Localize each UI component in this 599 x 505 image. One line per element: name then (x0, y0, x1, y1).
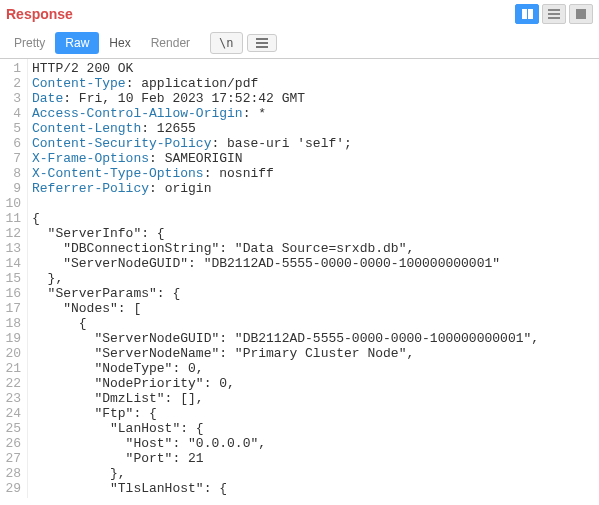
line-number: 20 (2, 346, 21, 361)
line-number: 5 (2, 121, 21, 136)
tab-render[interactable]: Render (141, 32, 200, 54)
view-split-button[interactable] (515, 4, 539, 24)
line-number: 29 (2, 481, 21, 496)
code-line: "NodeType": 0, (32, 361, 595, 376)
tab-pretty[interactable]: Pretty (4, 32, 55, 54)
line-number: 3 (2, 91, 21, 106)
code-line: "ServerNodeGUID": "DB2112AD-5555-0000-00… (32, 256, 595, 271)
line-number: 9 (2, 181, 21, 196)
line-number: 19 (2, 331, 21, 346)
code-line: Content-Security-Policy: base-uri 'self'… (32, 136, 595, 151)
code-line (32, 196, 595, 211)
code-line: X-Frame-Options: SAMEORIGIN (32, 151, 595, 166)
line-number: 12 (2, 226, 21, 241)
newline-toggle-button[interactable]: \n (210, 32, 242, 54)
line-number: 17 (2, 301, 21, 316)
view-list-button[interactable] (542, 4, 566, 24)
code-line: "ServerNodeName": "Primary Cluster Node"… (32, 346, 595, 361)
tab-hex[interactable]: Hex (99, 32, 140, 54)
code-line: "Ftp": { (32, 406, 595, 421)
line-number: 15 (2, 271, 21, 286)
line-number: 6 (2, 136, 21, 151)
code-line: { (32, 211, 595, 226)
code-line: "Nodes": [ (32, 301, 595, 316)
panel-title: Response (6, 6, 73, 22)
line-number: 23 (2, 391, 21, 406)
code-line: "ServerInfo": { (32, 226, 595, 241)
line-number: 10 (2, 196, 21, 211)
code-line: "ServerNodeGUID": "DB2112AD-5555-0000-00… (32, 331, 595, 346)
line-number: 28 (2, 466, 21, 481)
line-number: 11 (2, 211, 21, 226)
toolbar: Pretty Raw Hex Render \n (0, 32, 599, 59)
line-number: 1 (2, 61, 21, 76)
code-line: Date: Fri, 10 Feb 2023 17:52:42 GMT (32, 91, 595, 106)
code-line: "ServerParams": { (32, 286, 595, 301)
code-line: }, (32, 466, 595, 481)
line-number: 4 (2, 106, 21, 121)
code-line: Content-Type: application/pdf (32, 76, 595, 91)
line-number: 25 (2, 421, 21, 436)
line-number: 26 (2, 436, 21, 451)
code-viewer: 1234567891011121314151617181920212223242… (0, 59, 599, 498)
code-line: { (32, 316, 595, 331)
line-number: 21 (2, 361, 21, 376)
line-number: 27 (2, 451, 21, 466)
code-line: Referrer-Policy: origin (32, 181, 595, 196)
line-number: 14 (2, 256, 21, 271)
line-number: 18 (2, 316, 21, 331)
view-mode-buttons (515, 4, 593, 24)
code-line: "Host": "0.0.0.0", (32, 436, 595, 451)
line-number: 8 (2, 166, 21, 181)
code-content[interactable]: HTTP/2 200 OKContent-Type: application/p… (28, 59, 599, 498)
line-number: 2 (2, 76, 21, 91)
code-line: HTTP/2 200 OK (32, 61, 595, 76)
menu-button[interactable] (247, 34, 277, 52)
code-line: "NodePriority": 0, (32, 376, 595, 391)
line-number: 24 (2, 406, 21, 421)
tab-raw[interactable]: Raw (55, 32, 99, 54)
code-line: "Port": 21 (32, 451, 595, 466)
line-number: 22 (2, 376, 21, 391)
code-line: }, (32, 271, 595, 286)
line-number: 13 (2, 241, 21, 256)
code-line: "TlsLanHost": { (32, 481, 595, 496)
line-gutter: 1234567891011121314151617181920212223242… (0, 59, 28, 498)
code-line: Access-Control-Allow-Origin: * (32, 106, 595, 121)
line-number: 7 (2, 151, 21, 166)
view-full-button[interactable] (569, 4, 593, 24)
code-line: X-Content-Type-Options: nosniff (32, 166, 595, 181)
code-line: Content-Length: 12655 (32, 121, 595, 136)
code-line: "DBConnectionString": "Data Source=srxdb… (32, 241, 595, 256)
code-line: "DmzList": [], (32, 391, 595, 406)
code-line: "LanHost": { (32, 421, 595, 436)
line-number: 16 (2, 286, 21, 301)
